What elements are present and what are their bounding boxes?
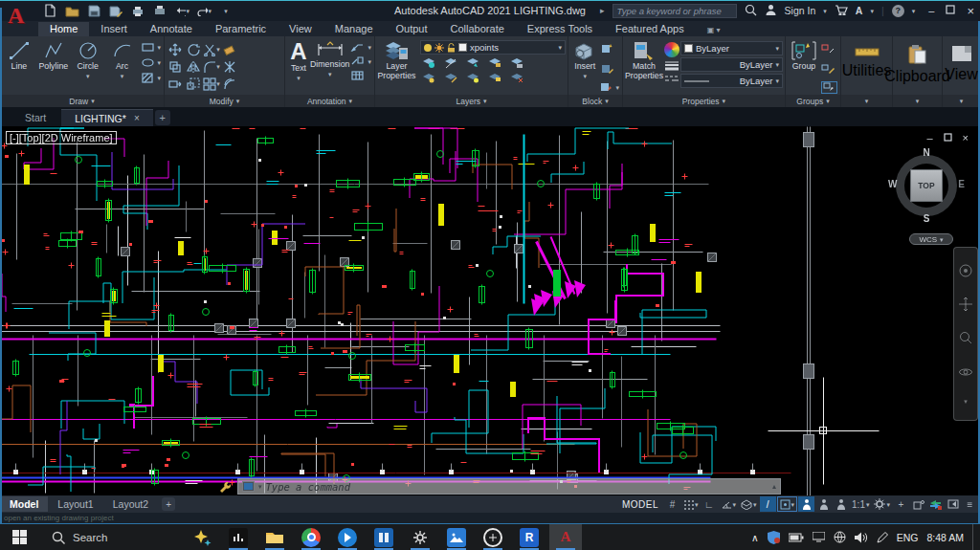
- grid-toggle[interactable]: #: [664, 496, 680, 512]
- sign-in-button[interactable]: Sign In: [785, 5, 816, 16]
- viewport-controls[interactable]: [-][Top][2D Wireframe]: [6, 131, 117, 144]
- copilot-icon[interactable]: [191, 529, 212, 546]
- utilities-button[interactable]: Utilities: [843, 38, 890, 79]
- viewcube-top-face[interactable]: TOP: [910, 169, 943, 202]
- app-media-player[interactable]: [331, 524, 364, 550]
- graphics-performance-toggle[interactable]: [927, 496, 944, 512]
- layer-properties-button[interactable]: LayerProperties: [377, 38, 416, 80]
- close-button[interactable]: ×: [967, 4, 974, 18]
- minimize-button[interactable]: –: [928, 5, 934, 16]
- navigation-wheel-icon[interactable]: [958, 263, 973, 278]
- annotation-scale-icon[interactable]: [833, 496, 849, 512]
- battery-icon[interactable]: [789, 533, 804, 542]
- move-button[interactable]: [167, 41, 184, 57]
- annotation-scale-select[interactable]: 1:1▾: [850, 496, 871, 512]
- help-icon[interactable]: ?: [892, 5, 904, 17]
- object-snap-toggle[interactable]: ▾: [777, 496, 798, 512]
- command-prompt[interactable]: Type a command: [266, 481, 768, 493]
- doc-restore-button[interactable]: [944, 132, 952, 143]
- viewcube-east[interactable]: E: [958, 179, 965, 189]
- layer-match-button[interactable]: [444, 71, 458, 83]
- tab-layout2[interactable]: Layout2: [103, 496, 158, 512]
- tab-express-tools[interactable]: Express Tools: [516, 22, 604, 36]
- file-tab-start[interactable]: Start: [11, 109, 59, 126]
- file-tab-close-icon[interactable]: ×: [134, 113, 140, 123]
- save-button[interactable]: [86, 3, 101, 18]
- draw-panel-title[interactable]: Draw▾: [0, 95, 164, 107]
- arc-button[interactable]: Arc ▾: [105, 38, 140, 79]
- language-indicator[interactable]: ENG: [897, 532, 919, 543]
- group-selection-button[interactable]: [821, 81, 837, 94]
- save-as-button[interactable]: [108, 3, 123, 18]
- layer-isolate-button[interactable]: [422, 56, 436, 69]
- viewcube-north[interactable]: N: [890, 147, 963, 158]
- zoom-icon[interactable]: [958, 330, 973, 345]
- infocenter-search-input[interactable]: [612, 4, 737, 18]
- tab-model[interactable]: Model: [0, 496, 48, 512]
- hatch-tool-button[interactable]: ▾: [141, 72, 162, 84]
- tab-parametric[interactable]: Parametric: [204, 22, 278, 36]
- clean-screen-toggle[interactable]: [945, 496, 961, 512]
- ribbon-minimize-button[interactable]: ▣ ▾: [702, 26, 726, 36]
- app-photos[interactable]: [440, 524, 473, 550]
- polar-tracking-toggle[interactable]: ▾: [719, 496, 739, 512]
- app-chrome[interactable]: [295, 524, 327, 550]
- dimension-button[interactable]: Dimension ▾: [310, 38, 350, 77]
- command-customize-wrench-icon[interactable]: [218, 479, 231, 496]
- layer-freeze-button[interactable]: [466, 56, 480, 69]
- app-whiteboard[interactable]: [477, 524, 509, 550]
- navbar-more[interactable]: ▾: [964, 398, 968, 405]
- block-panel-title[interactable]: Block▾: [568, 95, 622, 107]
- restore-button[interactable]: [946, 5, 955, 16]
- table-button[interactable]: [350, 70, 371, 81]
- start-button[interactable]: [0, 524, 38, 550]
- app-office[interactable]: [368, 524, 400, 550]
- plot-button[interactable]: [130, 3, 145, 18]
- layer-plot-button[interactable]: [510, 56, 524, 69]
- explode-button[interactable]: [221, 58, 238, 75]
- leader-button[interactable]: ▾: [350, 41, 371, 53]
- linetype-select[interactable]: ByLayer ▾: [680, 74, 783, 88]
- pen-icon[interactable]: [877, 532, 888, 543]
- workspace-switching[interactable]: ▾: [872, 496, 892, 512]
- block-attributes-button[interactable]: ▾: [600, 81, 619, 93]
- multileader-button[interactable]: ▾: [350, 55, 371, 67]
- color-wheel-icon[interactable]: [664, 42, 679, 57]
- lineweight-icon[interactable]: [664, 60, 679, 72]
- properties-panel-title[interactable]: Properties▾: [623, 95, 785, 107]
- display-icon[interactable]: [813, 532, 825, 542]
- polyline-button[interactable]: Polyline: [36, 38, 71, 72]
- linetype-icon[interactable]: [664, 75, 679, 84]
- show-desktop-button[interactable]: [972, 524, 976, 550]
- annotation-autoscale-toggle[interactable]: [815, 496, 832, 512]
- annotation-panel-title[interactable]: Annotation▾: [285, 95, 374, 107]
- group-button[interactable]: Group: [788, 38, 820, 72]
- new-layout-button[interactable]: +: [162, 497, 175, 511]
- modify-panel-title[interactable]: Modify▾: [165, 95, 284, 107]
- tab-output[interactable]: Output: [385, 22, 439, 36]
- navigation-bar[interactable]: ▾: [953, 247, 978, 421]
- line-button[interactable]: Line: [2, 38, 36, 72]
- utilities-expand[interactable]: ▾: [865, 98, 869, 104]
- layer-merge-button[interactable]: [510, 71, 524, 83]
- mirror-button[interactable]: [185, 58, 202, 75]
- rectangle-tool-button[interactable]: ▾: [141, 41, 162, 54]
- stretch-button[interactable]: [167, 76, 184, 92]
- viewcube-south[interactable]: S: [890, 213, 963, 224]
- store-dropdown[interactable]: ▾: [870, 8, 874, 14]
- command-line[interactable]: ▾ Type a command ▴: [237, 478, 781, 495]
- tab-featured-apps[interactable]: Featured Apps: [604, 22, 696, 36]
- autodesk-store-icon[interactable]: A: [856, 5, 863, 16]
- redo-button[interactable]: ▾: [196, 3, 212, 18]
- sign-in-dropdown[interactable]: ▾: [823, 8, 827, 14]
- annotation-visibility-toggle[interactable]: [798, 496, 814, 512]
- snap-toggle[interactable]: ▾: [681, 496, 701, 512]
- clipboard-expand[interactable]: ▾: [916, 98, 920, 104]
- pan-icon[interactable]: [958, 297, 973, 312]
- qat-customize-dropdown[interactable]: ▾: [218, 3, 234, 18]
- tab-view[interactable]: View: [278, 22, 323, 36]
- help-dropdown[interactable]: ▾: [912, 8, 916, 14]
- fillet-button[interactable]: ▾: [203, 58, 220, 75]
- tray-expand-icon[interactable]: ∧: [751, 532, 759, 543]
- ortho-toggle[interactable]: ∟: [702, 496, 718, 512]
